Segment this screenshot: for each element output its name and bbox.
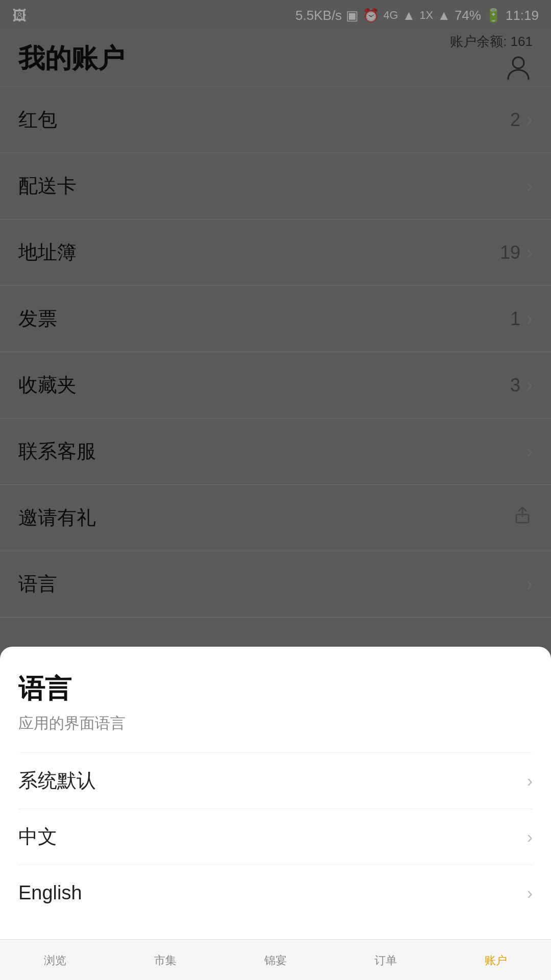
lang-option-english[interactable]: English › <box>18 865 533 921</box>
lang-label-chinese: 中文 <box>18 824 57 850</box>
sheet-title: 语言 <box>18 671 533 707</box>
nav-label-account: 账户 <box>485 953 507 968</box>
nav-label-orders: 订单 <box>374 953 397 968</box>
nav-item-orders[interactable]: 订单 <box>331 952 441 968</box>
nav-label-browse: 浏览 <box>44 953 66 968</box>
bottom-nav: 浏览 市集 锦宴 订单 账户 <box>0 939 551 980</box>
lang-option-chinese[interactable]: 中文 › <box>18 808 533 865</box>
chevron-icon-chinese: › <box>527 827 533 847</box>
chevron-icon-system-default: › <box>527 771 533 791</box>
lang-label-english: English <box>18 882 82 904</box>
language-bottom-sheet: 语言 应用的界面语言 系统默认 › 中文 › English › <box>0 647 551 939</box>
sheet-subtitle: 应用的界面语言 <box>18 713 533 734</box>
nav-item-jinyan[interactable]: 锦宴 <box>220 952 331 968</box>
nav-item-market[interactable]: 市集 <box>110 952 220 968</box>
nav-item-account[interactable]: 账户 <box>441 952 551 968</box>
lang-label-system-default: 系统默认 <box>18 768 96 794</box>
lang-option-system-default[interactable]: 系统默认 › <box>18 752 533 808</box>
chevron-icon-english: › <box>527 883 533 903</box>
nav-item-browse[interactable]: 浏览 <box>0 952 110 968</box>
nav-label-jinyan: 锦宴 <box>264 953 287 968</box>
nav-label-market: 市集 <box>154 953 177 968</box>
